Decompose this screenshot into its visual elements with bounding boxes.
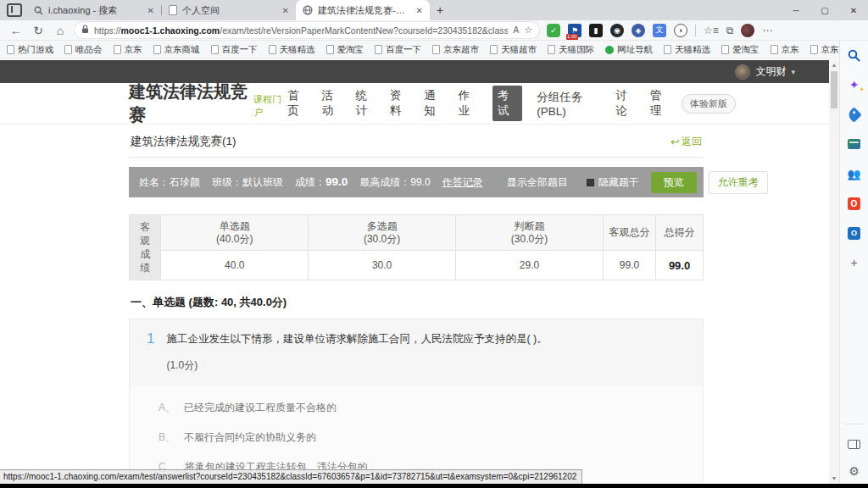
browser-tab-1[interactable]: i.chaoxing - 搜索 ✕ bbox=[27, 0, 161, 20]
maximize-button[interactable]: ▢ bbox=[810, 0, 839, 20]
page-scrollbar[interactable]: ▲ ▼ bbox=[829, 60, 839, 484]
nav-stats[interactable]: 统计 bbox=[356, 88, 376, 119]
bookmark-page-icon bbox=[114, 45, 121, 54]
bookmark[interactable]: 天猫超市 bbox=[490, 44, 537, 56]
collections-icon[interactable]: ⧉ bbox=[726, 25, 734, 36]
bookmark[interactable]: 百度一下 bbox=[211, 44, 258, 56]
back-link[interactable]: ↩返回 bbox=[670, 135, 702, 149]
bookmark[interactable]: 天猫国际 bbox=[548, 44, 594, 56]
show-all-questions[interactable]: 显示全部题目 bbox=[507, 175, 568, 190]
people-icon[interactable]: 👥 bbox=[847, 166, 862, 181]
new-tab-button[interactable]: + bbox=[437, 3, 443, 17]
scroll-down-icon[interactable]: ▼ bbox=[829, 474, 839, 484]
score-row-header: 客观成绩 bbox=[130, 215, 161, 280]
hide-stem-checkbox[interactable] bbox=[587, 179, 594, 186]
address-bar[interactable]: https://mooc1-1.chaoxing.com/exam/test/r… bbox=[75, 22, 539, 38]
user-menu[interactable]: 文明财 ▾ bbox=[735, 64, 795, 80]
favorite-star-icon[interactable]: ☆ bbox=[524, 25, 532, 36]
page-favicon-icon bbox=[169, 5, 177, 15]
shopping-icon[interactable] bbox=[847, 107, 862, 122]
refresh-icon[interactable]: ↻ bbox=[27, 24, 49, 37]
tab-title: 个人空间 bbox=[182, 4, 277, 17]
hide-stem-toggle[interactable]: 隐藏题干 bbox=[587, 175, 639, 190]
bookmark[interactable]: 京东商城 bbox=[153, 44, 200, 56]
nav-homework[interactable]: 作业 bbox=[459, 88, 478, 119]
option-b[interactable]: B、不履行合同约定的协助义务的 bbox=[159, 423, 686, 452]
score-cell: 30.0 bbox=[309, 251, 456, 280]
nav-discussion[interactable]: 讨论 bbox=[615, 88, 635, 119]
tab-close-icon[interactable]: ✕ bbox=[282, 6, 289, 15]
more-menu-icon[interactable]: ⋯ bbox=[762, 25, 772, 36]
copilot-icon[interactable]: ✦ bbox=[847, 77, 862, 92]
browser-tab-2[interactable]: 个人空间 ✕ bbox=[162, 0, 296, 20]
wallet-icon[interactable] bbox=[847, 136, 862, 152]
course-title: 建筑法律法规竞赛 bbox=[129, 80, 252, 126]
home-icon[interactable]: ⌂ bbox=[49, 24, 71, 37]
bookmark-page-icon bbox=[810, 45, 818, 54]
option-a[interactable]: A、已经完成的建设工程质量不合格的 bbox=[159, 393, 686, 423]
screen: i.chaoxing - 搜索 ✕ 个人空间 ✕ 建筑法律法规竞赛-考试 ✕ +… bbox=[0, 0, 868, 488]
browser-profile-avatar[interactable] bbox=[741, 24, 754, 37]
nav-materials[interactable]: 资料 bbox=[390, 88, 409, 119]
back-icon[interactable]: ← bbox=[5, 24, 27, 37]
office-icon[interactable]: O bbox=[847, 196, 862, 211]
flag-extension-icon[interactable]: ⚑1.00 bbox=[568, 24, 581, 37]
close-button[interactable]: ✕ bbox=[839, 0, 868, 20]
sidebar-panel-icon[interactable] bbox=[847, 436, 862, 452]
cookie-extension-icon[interactable]: ◖ bbox=[674, 24, 687, 37]
github-icon[interactable]: ◉ bbox=[610, 24, 624, 37]
answer-record-link[interactable]: 作答记录 bbox=[442, 175, 483, 190]
nav-activity[interactable]: 活动 bbox=[322, 88, 342, 119]
scrollbar-thumb[interactable] bbox=[831, 71, 837, 108]
bookmark[interactable]: 网址导航 bbox=[605, 44, 653, 56]
browser-tab-active[interactable]: 建筑法律法规竞赛-考试 ✕ bbox=[296, 0, 430, 20]
course-portal-link[interactable]: 课程门户 bbox=[253, 93, 287, 119]
nav-notice[interactable]: 通知 bbox=[424, 88, 443, 119]
compass-extension-icon[interactable]: ◈ bbox=[632, 24, 645, 37]
settings-gear-icon[interactable]: ⚙ bbox=[847, 463, 862, 479]
bookmark[interactable]: 京东 bbox=[771, 44, 799, 56]
bookmark[interactable]: 百度一下 bbox=[375, 44, 421, 56]
bookmark[interactable]: 爱淘宝 bbox=[326, 44, 364, 56]
minimize-button[interactable]: ─ bbox=[782, 0, 810, 20]
sidebar-divider bbox=[845, 424, 864, 424]
bookmark[interactable]: 爱淘宝 bbox=[721, 44, 760, 56]
bookmarks-bar: 热门游戏 唯品会 京东 京东商城 百度一下 天猫精选 爱淘宝 百度一下 京东超市… bbox=[0, 41, 839, 59]
bookmark-page-icon bbox=[721, 45, 729, 54]
allow-retake-button[interactable]: 允许重考 bbox=[709, 171, 768, 194]
bookmark-page-icon bbox=[153, 45, 161, 54]
chevron-down-icon: ▾ bbox=[791, 68, 795, 76]
user-name: 文明财 bbox=[755, 64, 786, 79]
tab-close-icon[interactable]: ✕ bbox=[147, 6, 154, 15]
translate-extension-icon[interactable]: 文 bbox=[653, 24, 666, 37]
shield-extension-icon[interactable]: ✓ bbox=[547, 24, 560, 37]
sidebar-search-icon[interactable] bbox=[847, 47, 862, 63]
nav-manage[interactable]: 管理 bbox=[650, 88, 670, 119]
nav-home[interactable]: 首页 bbox=[287, 88, 307, 119]
nav-exam-active[interactable]: 考试 bbox=[492, 86, 522, 121]
back-arrow-icon: ↩ bbox=[670, 136, 680, 148]
tab-close-icon[interactable]: ✕ bbox=[416, 6, 423, 15]
scroll-up-icon[interactable]: ▲ bbox=[829, 60, 839, 70]
bookmark[interactable]: 热门游戏 bbox=[7, 44, 53, 56]
score-cell: 29.0 bbox=[456, 251, 604, 280]
browser-toolbar: ← ↻ ⌂ https://mooc1-1.chaoxing.com/exam/… bbox=[0, 20, 868, 41]
nav-group-task[interactable]: 分组任务(PBL) bbox=[537, 90, 601, 118]
dark-extension-icon[interactable]: ▮ bbox=[589, 24, 603, 37]
section-title: 一、单选题 (题数: 40, 共40.0分) bbox=[129, 295, 704, 310]
tab-actions-icon[interactable] bbox=[7, 3, 22, 17]
bookmark[interactable]: 京东超市 bbox=[432, 44, 479, 56]
read-aloud-icon[interactable]: A bbox=[513, 25, 519, 35]
bookmark[interactable]: 唯品会 bbox=[64, 44, 103, 56]
sidebar-add-icon[interactable]: + bbox=[847, 255, 862, 270]
preview-button[interactable]: 预览 bbox=[651, 172, 697, 193]
bookmark[interactable]: 京东 bbox=[114, 44, 142, 56]
bookmark-page-icon bbox=[375, 45, 382, 54]
bookmark[interactable]: 天猫精选 bbox=[269, 44, 315, 56]
new-version-button[interactable]: 体验新版 bbox=[682, 94, 736, 114]
bookmark[interactable]: 天猫精选 bbox=[664, 44, 710, 56]
favorites-list-icon[interactable]: ☆≡ bbox=[704, 25, 719, 36]
outlook-icon[interactable]: O bbox=[847, 225, 862, 241]
question-number: 1 bbox=[147, 331, 154, 373]
student-name: 姓名：石珍颜 bbox=[139, 175, 200, 190]
